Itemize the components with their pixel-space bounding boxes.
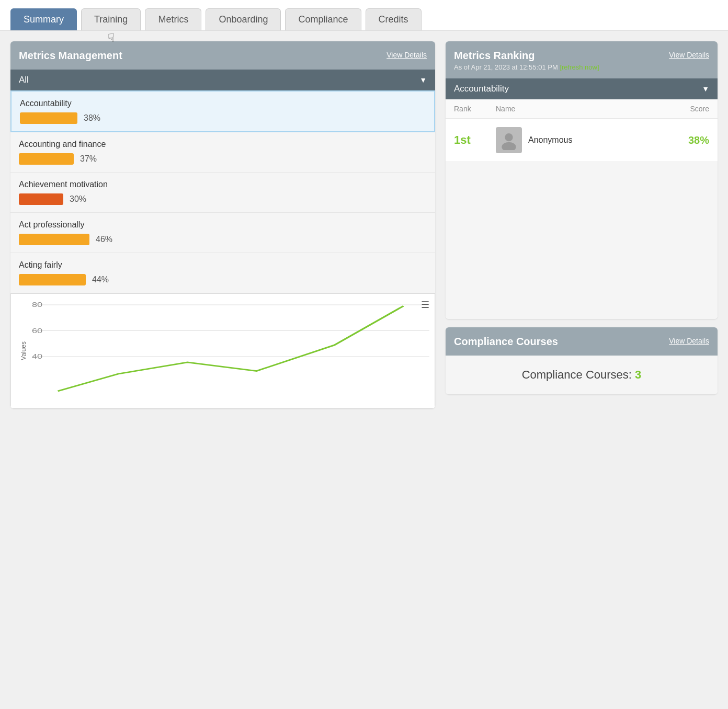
tab-onboarding-label: Onboarding [219, 14, 268, 25]
user-name-anonymous: Anonymous [528, 135, 573, 145]
user-cell-anonymous: Anonymous [496, 127, 667, 153]
metrics-ranking-header: Metrics Ranking As of Apr 21, 2023 at 12… [446, 41, 718, 78]
ranking-empty-space [446, 162, 718, 319]
ranking-row-1: 1st Anonymous 38% [446, 119, 718, 162]
score-1st: 38% [667, 134, 709, 146]
cursor-hand-icon: ☟ [108, 31, 115, 45]
refresh-link[interactable]: [refresh now] [560, 63, 599, 71]
metrics-chart: Values ☰ 80 60 40 [10, 293, 435, 408]
metric-item-accountability[interactable]: Accountability 38% [10, 90, 435, 132]
metrics-dropdown-value: All [19, 75, 29, 85]
tab-metrics-label: Metrics [158, 14, 188, 25]
tab-training-label: Training [94, 14, 128, 25]
metric-label-achievement: Achievement motivation [19, 180, 427, 189]
metric-label-accountability: Accountability [20, 99, 426, 108]
user-silhouette-icon [499, 130, 519, 150]
metrics-management-title: Metrics Management [19, 49, 122, 62]
tab-summary[interactable]: Summary [10, 8, 77, 30]
metric-bar-achievement [19, 193, 63, 205]
metric-bar-accounting [19, 153, 74, 165]
tab-summary-label: Summary [24, 14, 64, 25]
main-content: Metrics Management View Details All ▼ Ac… [0, 31, 728, 419]
metric-item-acting-fairly[interactable]: Acting fairly 44% [10, 253, 435, 293]
metric-bar-row-act-professionally: 46% [19, 234, 427, 245]
hamburger-menu-icon[interactable]: ☰ [421, 299, 429, 311]
metric-bar-row-acting-fairly: 44% [19, 274, 427, 285]
ranking-chevron-down-icon: ▼ [702, 85, 709, 93]
compliance-body-text: Compliance Courses: [522, 368, 632, 381]
tab-compliance-label: Compliance [298, 14, 348, 25]
metrics-ranking-as-of: As of Apr 21, 2023 at 12:55:01 PM [454, 63, 558, 71]
ranking-dropdown[interactable]: Accountability ▼ [446, 78, 718, 99]
col-score: Score [667, 105, 709, 113]
metric-item-accounting-finance[interactable]: Accounting and finance 37% [10, 132, 435, 173]
tab-credits-label: Credits [379, 14, 408, 25]
right-panel: Metrics Ranking As of Apr 21, 2023 at 12… [446, 41, 718, 408]
compliance-courses-title: Compliance Courses [454, 335, 558, 348]
tab-credits[interactable]: Credits [366, 8, 422, 30]
metric-pct-acting-fairly: 44% [92, 275, 109, 284]
metrics-ranking-view-details[interactable]: View Details [669, 51, 709, 59]
metric-pct-accountability: 38% [84, 113, 100, 123]
metrics-management-card: Metrics Management View Details All ▼ Ac… [10, 41, 435, 408]
tab-compliance[interactable]: Compliance [285, 8, 361, 30]
metrics-management-view-details[interactable]: View Details [386, 51, 427, 59]
tab-training[interactable]: Training ☟ [81, 8, 141, 30]
tab-metrics[interactable]: Metrics [145, 8, 201, 30]
rank-1st: 1st [454, 133, 496, 147]
col-name: Name [496, 105, 667, 113]
compliance-count: 3 [635, 368, 641, 381]
compliance-courses-header: Compliance Courses View Details [446, 327, 718, 356]
metric-pct-accounting: 37% [80, 154, 97, 164]
chart-y-label: Values [20, 341, 27, 360]
svg-text:40: 40 [32, 353, 42, 360]
svg-text:60: 60 [32, 327, 42, 334]
svg-point-7 [502, 142, 516, 150]
metric-bar-row-achievement: 30% [19, 193, 427, 205]
metric-bar-row-accounting: 37% [19, 153, 427, 165]
ranking-table-header: Rank Name Score [446, 99, 718, 119]
metrics-management-header: Metrics Management View Details [10, 41, 435, 70]
tab-onboarding[interactable]: Onboarding [206, 8, 281, 30]
compliance-courses-card: Compliance Courses View Details Complian… [446, 327, 718, 394]
metrics-ranking-subtitle: As of Apr 21, 2023 at 12:55:01 PM [refre… [454, 63, 599, 71]
svg-point-6 [505, 133, 513, 141]
metric-label-acting-fairly: Acting fairly [19, 260, 427, 270]
metric-bar-row-accountability: 38% [20, 112, 426, 124]
chart-svg: 80 60 40 [32, 299, 429, 403]
metrics-ranking-title: Metrics Ranking [454, 49, 599, 62]
metric-bar-acting-fairly [19, 274, 86, 285]
col-rank: Rank [454, 105, 496, 113]
chevron-down-icon: ▼ [419, 76, 427, 84]
metrics-ranking-card: Metrics Ranking As of Apr 21, 2023 at 12… [446, 41, 718, 319]
ranking-dropdown-value: Accountability [454, 84, 509, 94]
metrics-dropdown[interactable]: All ▼ [10, 70, 435, 90]
metric-pct-act-professionally: 46% [96, 235, 112, 244]
metric-bar-act-professionally [19, 234, 89, 245]
compliance-courses-body: Compliance Courses: 3 [446, 356, 718, 394]
left-panel: Metrics Management View Details All ▼ Ac… [10, 41, 435, 408]
metric-pct-achievement: 30% [70, 195, 86, 204]
svg-text:80: 80 [32, 301, 42, 308]
metric-bar-accountability [20, 112, 77, 124]
avatar-anonymous [496, 127, 522, 153]
metric-label-accounting-finance: Accounting and finance [19, 140, 427, 149]
compliance-courses-view-details[interactable]: View Details [669, 337, 709, 345]
metric-item-act-professionally[interactable]: Act professionally 46% [10, 213, 435, 253]
metric-label-act-professionally: Act professionally [19, 220, 427, 230]
top-navigation: Summary Training ☟ Metrics Onboarding Co… [0, 0, 728, 31]
metric-item-achievement-motivation[interactable]: Achievement motivation 30% [10, 173, 435, 213]
